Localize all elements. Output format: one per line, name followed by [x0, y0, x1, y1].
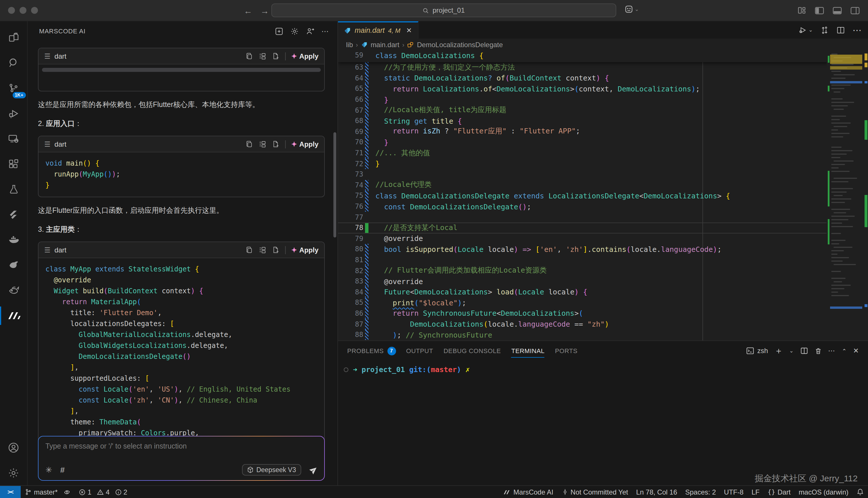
git-branch-status[interactable]: master* — [21, 486, 75, 498]
marscode-status[interactable]: MarsCode AI — [499, 488, 557, 496]
chat-input[interactable]: Type a message or '/' to select an instr… — [39, 436, 324, 480]
apply-code-button[interactable]: ✦Apply — [291, 140, 319, 148]
panel-tab-debug-console[interactable]: DEBUG CONSOLE — [443, 341, 501, 361]
run-debug-icon[interactable] — [0, 101, 27, 126]
panel-tab-output[interactable]: OUTPUT — [406, 341, 433, 361]
terminal-content[interactable]: ➜ project_01 git:(master) ✗ — [338, 361, 868, 374]
problems-status[interactable]: 1 4 2 — [75, 486, 131, 498]
create-file-icon[interactable] — [271, 246, 279, 253]
close-window-button[interactable] — [8, 7, 15, 14]
extensions-icon[interactable] — [0, 151, 27, 176]
marscode-view-icon[interactable] — [0, 303, 27, 328]
docker-icon[interactable] — [0, 227, 27, 252]
sidebar-scrollbar[interactable] — [333, 132, 336, 237]
chat-conversation[interactable]: ☰dart✦Apply这些是应用所需的各种依赖包，包括Flutter核心库、本地… — [28, 41, 337, 485]
code-line[interactable]: 74//Locale代理类 — [338, 180, 827, 191]
prompt-sparkle-icon[interactable]: ✳ — [45, 465, 52, 474]
split-terminal-icon[interactable] — [800, 347, 808, 355]
code-line[interactable]: 76 const DemoLocalizationsDelegate(); — [338, 201, 827, 212]
copy-code-icon[interactable] — [245, 52, 253, 60]
encoding-status[interactable]: UTF-8 — [720, 488, 748, 496]
fish-icon[interactable] — [0, 278, 27, 303]
apply-code-button[interactable]: ✦Apply — [291, 246, 319, 254]
code-line[interactable]: 70 } — [338, 137, 827, 147]
model-selector[interactable]: Deepseek V3 — [242, 464, 301, 475]
tab-close-icon[interactable]: ✕ — [406, 26, 412, 35]
search-view-icon[interactable] — [0, 50, 27, 75]
terminal-dropdown-icon[interactable]: ⌄ — [789, 348, 793, 354]
os-status[interactable]: macOS (darwin) — [795, 488, 853, 496]
copy-code-icon[interactable] — [245, 246, 253, 253]
source-control-icon[interactable]: 1K+ — [0, 75, 27, 101]
breadcrumb-lib[interactable]: lib — [346, 41, 353, 49]
code-line[interactable]: 73 — [338, 169, 827, 180]
code-line[interactable]: 80 bool isSupported(Locale locale) => ['… — [338, 244, 827, 254]
more-editor-actions-icon[interactable]: ⋯ — [853, 24, 862, 35]
accounts-icon[interactable] — [0, 435, 27, 460]
panel-tab-terminal[interactable]: TERMINAL — [511, 341, 545, 361]
switch-account-icon[interactable] — [306, 27, 315, 35]
explorer-icon[interactable] — [0, 25, 27, 50]
close-panel-icon[interactable]: ✕ — [853, 347, 859, 355]
compare-changes-icon[interactable] — [820, 26, 829, 34]
insert-at-cursor-icon[interactable] — [258, 246, 266, 253]
code-line[interactable]: 69 return isZh ? "Flutter应用" : "Flutter … — [338, 126, 827, 137]
account-menu[interactable]: ⌄ — [624, 4, 639, 14]
new-terminal-button[interactable]: ＋ — [774, 345, 783, 356]
settings-gear-icon[interactable] — [0, 460, 27, 485]
code-line[interactable]: 88 ); // SynchronousFuture — [338, 329, 827, 340]
new-chat-icon[interactable] — [275, 27, 283, 35]
more-actions-icon[interactable]: ⋯ — [321, 27, 329, 35]
code-line[interactable]: 67 //Locale相关值, title为应用标题 — [338, 105, 827, 116]
code-line[interactable]: 85 print("$locale"); — [338, 297, 827, 308]
insert-at-cursor-icon[interactable] — [258, 140, 266, 148]
maximize-window-button[interactable] — [31, 7, 38, 14]
kill-terminal-trash-icon[interactable] — [814, 347, 822, 355]
code-editor[interactable]: 59 class DemoLocalizations { 63 //为了使用方便… — [338, 51, 868, 340]
code-line[interactable]: 63 //为了使用方便，我们定义一个静态方法 — [338, 62, 827, 73]
test-beaker-icon[interactable] — [0, 176, 27, 202]
code-line[interactable]: 71//... 其他的值 — [338, 148, 827, 158]
create-file-icon[interactable] — [271, 52, 279, 60]
code-line[interactable]: 77 — [338, 212, 827, 223]
toggle-secondary-sidebar-icon[interactable] — [850, 6, 860, 15]
code-line[interactable]: 84 Future<DemoLocalizations> load(Locale… — [338, 287, 827, 297]
breadcrumb-symbol[interactable]: DemoLocalizationsDelegate — [417, 41, 503, 49]
create-file-icon[interactable] — [271, 140, 279, 148]
window-controls[interactable] — [8, 7, 38, 14]
tab-main-dart[interactable]: main.dart 4, M ✕ — [338, 21, 418, 39]
language-mode-status[interactable]: {} Dart — [764, 488, 795, 496]
wrap-toggle-icon[interactable]: ☰ — [44, 246, 50, 254]
split-editor-icon[interactable] — [837, 26, 845, 34]
chat-settings-gear-icon[interactable] — [290, 27, 299, 35]
code-line[interactable]: 72} — [338, 158, 827, 169]
maximize-panel-icon[interactable]: ⌃ — [842, 348, 847, 354]
code-line[interactable]: 81 — [338, 254, 827, 265]
code-line[interactable]: 68 String get title { — [338, 116, 827, 126]
code-line[interactable]: 87 DemoLocalizations(locale.languageCode… — [338, 319, 827, 329]
indentation-status[interactable]: Spaces: 2 — [681, 488, 720, 496]
navigate-forward-icon[interactable]: → — [261, 5, 269, 15]
publish-sync-icon[interactable] — [64, 488, 71, 496]
code-line[interactable]: 65 return Localizations.of<DemoLocalizat… — [338, 83, 827, 94]
toggle-sidebar-icon[interactable] — [815, 6, 824, 15]
eol-status[interactable]: LF — [748, 488, 764, 496]
code-line-current[interactable]: 78 //是否支持某个Local — [338, 223, 827, 233]
code-line[interactable]: 66 } — [338, 94, 827, 105]
horizontal-scrollbar[interactable] — [42, 68, 321, 72]
navigate-back-icon[interactable]: ← — [244, 5, 252, 15]
cursor-position-status[interactable]: Ln 78, Col 16 — [632, 488, 681, 496]
insert-at-cursor-icon[interactable] — [258, 52, 266, 60]
command-center-search[interactable]: project_01 — [271, 3, 616, 17]
panel-tab-problems[interactable]: PROBLEMS7 — [347, 341, 396, 361]
remote-explorer-icon[interactable] — [0, 126, 27, 151]
remote-indicator[interactable]: >< — [0, 486, 21, 498]
panel-tab-ports[interactable]: PORTS — [555, 341, 577, 361]
apply-code-button[interactable]: ✦Apply — [291, 52, 319, 60]
commit-status[interactable]: Not Committed Yet — [557, 488, 632, 496]
copy-code-icon[interactable] — [245, 140, 253, 148]
breadcrumb-file[interactable]: main.dart — [371, 41, 399, 49]
deepseek-whale-icon[interactable] — [0, 252, 27, 278]
context-hash-icon[interactable]: # — [60, 465, 65, 474]
code-line[interactable]: 79 @override — [338, 233, 827, 244]
